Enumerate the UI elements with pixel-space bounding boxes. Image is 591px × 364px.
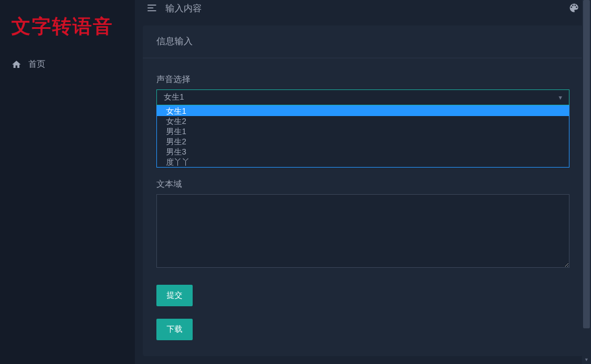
- theme-button[interactable]: [568, 2, 580, 16]
- sidebar-item-home[interactable]: 首页: [0, 53, 135, 75]
- download-row: 下载: [156, 306, 569, 340]
- card-title: 信息输入: [143, 25, 583, 58]
- palette-icon: [568, 2, 580, 14]
- vertical-scrollbar[interactable]: ▲ ▼: [582, 0, 591, 364]
- voice-label: 声音选择: [156, 74, 569, 85]
- scrollbar-down-icon[interactable]: ▼: [582, 355, 591, 364]
- voice-dropdown: 女生1 女生2 男生1 男生2 男生3 度丫丫: [156, 105, 569, 168]
- home-icon: [11, 59, 22, 70]
- voice-select[interactable]: 女生1 ▼: [156, 89, 569, 105]
- voice-form-group: 声音选择 女生1 ▼ 女生1 女生2 男生1 男生2 男生3: [156, 74, 569, 168]
- textarea-label: 文本域: [156, 179, 569, 190]
- chevron-down-icon: ▼: [558, 95, 563, 101]
- textarea-form-group: 文本域: [156, 179, 569, 270]
- scrollbar-track[interactable]: [582, 0, 591, 364]
- submit-row: 提交: [156, 281, 569, 306]
- form-card: 信息输入 声音选择 女生1 ▼ 女生1 女生2: [143, 25, 583, 356]
- menu-icon: [146, 2, 158, 14]
- content: 信息输入 声音选择 女生1 ▼ 女生1 女生2: [135, 18, 591, 364]
- voice-option-4[interactable]: 男生3: [157, 147, 569, 157]
- main: 输入内容 信息输入 声音选择 女生1 ▼: [135, 0, 591, 364]
- card-body: 声音选择 女生1 ▼ 女生1 女生2 男生1 男生2 男生3: [143, 58, 583, 356]
- voice-option-2[interactable]: 男生1: [157, 126, 569, 136]
- breadcrumb: 输入内容: [165, 3, 202, 15]
- voice-option-5[interactable]: 度丫丫: [157, 157, 569, 167]
- voice-option-3[interactable]: 男生2: [157, 136, 569, 147]
- app-logo: 文字转语音: [0, 0, 135, 53]
- scrollbar-thumb[interactable]: [583, 0, 590, 328]
- menu-toggle-button[interactable]: [146, 2, 158, 16]
- text-input[interactable]: [156, 194, 569, 268]
- voice-selected-value: 女生1: [164, 92, 184, 101]
- voice-option-1[interactable]: 女生2: [157, 116, 569, 126]
- voice-option-0[interactable]: 女生1: [157, 106, 569, 116]
- sidebar-item-label: 首页: [28, 59, 45, 70]
- topbar: 输入内容: [135, 0, 591, 18]
- download-button[interactable]: 下载: [156, 319, 193, 340]
- sidebar: 文字转语音 首页: [0, 0, 135, 364]
- voice-select-wrapper: 女生1 ▼ 女生1 女生2 男生1 男生2 男生3 度丫丫: [156, 89, 569, 168]
- submit-button[interactable]: 提交: [156, 285, 193, 306]
